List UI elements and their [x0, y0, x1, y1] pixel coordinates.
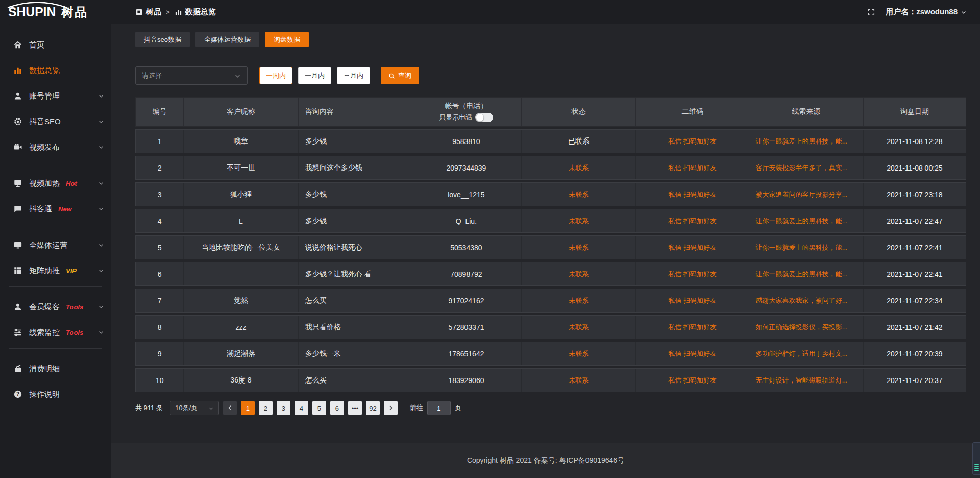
chevron-down-icon	[98, 242, 104, 248]
clue-source-link[interactable]: 让你一眼就爱上的黑科技，能...	[749, 209, 864, 232]
chat-icon	[13, 204, 22, 213]
sidebar-item-clue-monitor[interactable]: 线索监控Tools	[0, 320, 111, 345]
qr-code-link[interactable]: 私信 扫码加好友	[636, 183, 749, 206]
inquiry-content: 多少钱一米	[299, 342, 411, 365]
column-header-label: 询盘日期	[900, 107, 929, 116]
qr-code-link[interactable]: 私信 扫码加好友	[636, 262, 749, 285]
search-button-label: 查询	[398, 71, 411, 80]
qr-code-link[interactable]: 私信 扫码加好友	[636, 130, 749, 153]
qr-code-link[interactable]: 私信 扫码加好友	[636, 156, 749, 179]
page-button-4[interactable]: 4	[295, 401, 308, 415]
page-button-3[interactable]: 3	[277, 401, 290, 415]
search-button[interactable]: 查询	[381, 67, 419, 84]
qr-code-link[interactable]: 私信 扫码加好友	[636, 236, 749, 259]
clue-source-link[interactable]: 被大家追着问的客厅投影分享...	[749, 183, 864, 206]
column-header-7: 询盘日期	[864, 98, 966, 126]
sidebar-item-douketong[interactable]: 抖客通New	[0, 196, 111, 222]
clue-source-link[interactable]: 如何正确选择投影仪，买投影...	[749, 316, 864, 339]
page-button-92[interactable]: 92	[366, 401, 380, 415]
tab-2[interactable]: 询盘数据	[265, 32, 309, 47]
sidebar-item-matrix-boost[interactable]: 矩阵助推VIP	[0, 258, 111, 283]
qr-code-link[interactable]: 私信 扫码加好友	[636, 369, 749, 392]
phone-only-toggle[interactable]	[475, 113, 493, 122]
next-page-button[interactable]	[384, 401, 398, 415]
page-button-2[interactable]: 2	[259, 401, 273, 415]
period-button-2[interactable]: 三月内	[337, 67, 370, 84]
clue-source-link[interactable]: 无主灯设计，智能磁吸轨道灯...	[749, 369, 864, 392]
sidebar-item-media-operation[interactable]: 全媒体运营	[0, 232, 111, 258]
chevron-down-icon	[98, 206, 104, 212]
username-label: 用户名：zswodun88	[886, 7, 958, 17]
status-badge: 未联系	[522, 156, 636, 179]
filter-select[interactable]: 请选择	[135, 66, 248, 85]
period-button-1[interactable]: 一月内	[298, 67, 331, 84]
sidebar-item-home[interactable]: 首页	[0, 32, 111, 58]
tab-1[interactable]: 全媒体运营数据	[195, 32, 259, 47]
topbar: 树品 > 数据总览 用户名：zswodun88	[111, 0, 980, 24]
row-number: 10	[136, 369, 184, 392]
qr-code-link[interactable]: 私信 扫码加好友	[636, 209, 749, 232]
column-header-4: 状态	[522, 98, 636, 126]
status-badge: 未联系	[522, 342, 636, 365]
inquiry-content: 怎么买	[299, 369, 411, 392]
chevron-down-icon	[98, 268, 104, 274]
sidebar-divider	[9, 286, 102, 287]
clue-source-link[interactable]: 让你一眼就爱上的黑科技，能...	[749, 262, 864, 285]
period-button-0[interactable]: 一周内	[259, 67, 292, 84]
status-badge: 未联系	[522, 236, 636, 259]
customer-nickname: 潮起潮落	[184, 342, 298, 365]
sidebar-item-consumption-detail[interactable]: 消费明细	[0, 356, 111, 381]
page-button-5[interactable]: 5	[312, 401, 326, 415]
sidebar-item-label: 矩阵助推	[29, 266, 60, 276]
breadcrumb-item-current[interactable]: 数据总览	[175, 7, 216, 17]
status-badge: 未联系	[522, 183, 636, 206]
sidebar-item-douyin-seo[interactable]: 抖音SEO	[0, 109, 111, 134]
qr-code-link[interactable]: 私信 扫码加好友	[636, 289, 749, 312]
page-size-select[interactable]: 10条/页	[170, 401, 219, 415]
copyright-text: Copyright 树品 2021 备案号: 粤ICP备09019646号	[467, 456, 624, 465]
clue-source-link[interactable]: 让你一眼就爱上的黑科技，能...	[749, 236, 864, 259]
clue-source-link[interactable]: 客厅安装投影半年多了，真实...	[749, 156, 864, 179]
floating-widget[interactable]	[972, 442, 980, 475]
sidebar-item-member-baoke[interactable]: 会员爆客Tools	[0, 294, 111, 320]
sidebar-item-label: 线索监控	[29, 328, 60, 338]
qr-code-link[interactable]: 私信 扫码加好友	[636, 316, 749, 339]
user-menu[interactable]: 用户名：zswodun88	[886, 7, 967, 17]
page-button-1[interactable]: 1	[241, 401, 255, 415]
prev-page-button[interactable]	[223, 401, 237, 415]
more-pages-button[interactable]: •••	[348, 401, 362, 415]
bar-chart-icon	[13, 66, 22, 75]
page-button-6[interactable]: 6	[330, 401, 344, 415]
qr-code-link[interactable]: 私信 扫码加好友	[636, 342, 749, 365]
table-row: 5当地比较能吃的一位美女说说价格让我死心50534380未联系私信 扫码加好友让…	[135, 235, 966, 259]
inquiry-content: 多少钱	[299, 209, 411, 232]
clue-source-link[interactable]: 感谢大家喜欢我家，被问了好...	[749, 289, 864, 312]
table-row: 1036度 8怎么买183929060未联系私信 扫码加好友无主灯设计，智能磁吸…	[135, 368, 966, 392]
jump-page-input[interactable]	[427, 401, 451, 415]
account-phone: 572803371	[411, 316, 522, 339]
column-header-label: 客户昵称	[227, 107, 255, 116]
clue-source-link[interactable]: 多功能护栏灯，适用于乡村文...	[749, 342, 864, 365]
tab-0[interactable]: 抖音seo数据	[135, 32, 190, 47]
sidebar-item-data-overview[interactable]: 数据总览	[0, 58, 111, 83]
question-icon: ?	[13, 390, 22, 399]
sidebar-item-badge: Hot	[66, 180, 77, 187]
sidebar-item-operation-guide[interactable]: ?操作说明	[0, 381, 111, 407]
sidebar-item-label: 视频发布	[29, 142, 60, 152]
inquiry-date: 2021-11-07 22:41	[864, 236, 966, 259]
sidebar-item-account-manage[interactable]: 账号管理	[0, 83, 111, 109]
gear-icon	[13, 117, 22, 126]
row-number: 2	[136, 156, 184, 179]
sidebar-item-video-publish[interactable]: 视频发布	[0, 134, 111, 160]
chevron-down-icon	[98, 118, 104, 125]
page-jump: 前往 页	[410, 401, 461, 415]
row-number: 5	[136, 236, 184, 259]
clue-source-link[interactable]: 让你一眼就爱上的黑科技，能...	[749, 130, 864, 153]
fullscreen-icon[interactable]	[867, 8, 875, 16]
search-icon	[388, 73, 395, 79]
sidebar-item-video-heat[interactable]: 视频加热Hot	[0, 171, 111, 196]
breadcrumb-item-home[interactable]: 树品	[135, 7, 161, 17]
sidebar-item-label: 操作说明	[29, 390, 60, 399]
sidebar-item-label: 抖音SEO	[29, 117, 61, 127]
column-header-0: 编号	[136, 98, 184, 126]
